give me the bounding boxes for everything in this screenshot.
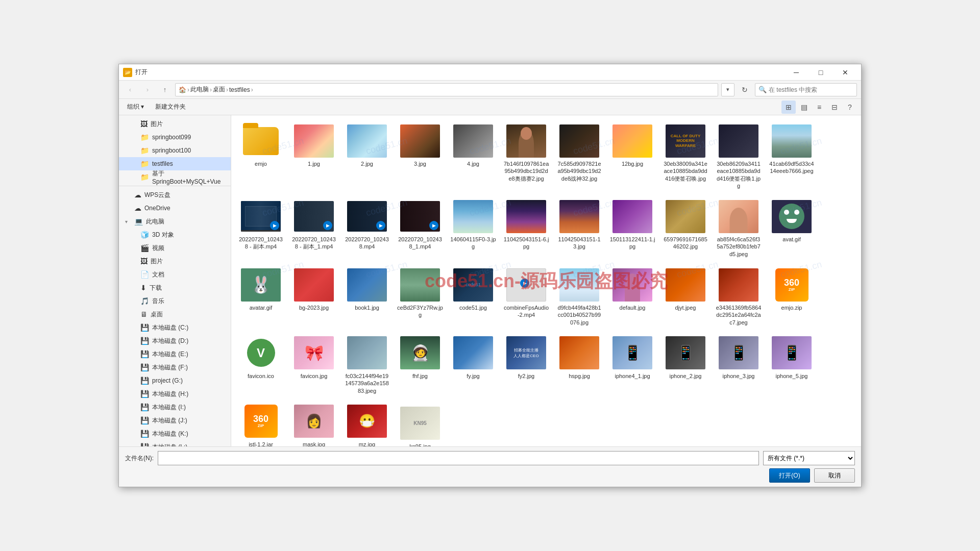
sidebar-item-pics[interactable]: 🖼 图片 [119,117,231,131]
file-item[interactable]: ▶ 20220720_102438.mp4 [341,195,393,261]
open-button[interactable]: 打开(O) [769,468,810,483]
file-item[interactable]: hspg.jpg [554,332,605,398]
search-bar[interactable]: 🔍 [755,83,857,96]
sidebar-item-project-g[interactable]: 💾 project (G:) [119,374,231,387]
file-item[interactable]: 😷 mz.jpg [341,400,393,446]
filename-input[interactable] [158,451,759,465]
drive-icon: 💾 [140,443,149,446]
file-item[interactable]: avat.gif [766,195,817,261]
file-item[interactable]: default.jpg [607,263,658,330]
view-large-icon-button[interactable]: ⊞ [781,101,796,114]
sidebar-item-local-l[interactable]: 💾 本地磁盘 (L:) [119,440,231,446]
file-item[interactable]: fc03c2144f94e19145739a6a2e15883.jpeg [341,332,393,398]
file-item[interactable]: code51 code51.jpg [448,263,499,330]
file-thumbnail [612,198,653,234]
file-item[interactable]: ▶ 20220720_102438_1.mp4 [395,195,446,261]
file-item[interactable]: bg-2023.jpg [288,263,339,330]
file-item[interactable]: ab85f4c6ca526f35a752ef80b1feb7d5.jpeg [713,195,764,261]
view-extra-button[interactable]: ⊟ [827,101,842,114]
file-item[interactable]: V favicon.ico [235,332,286,398]
view-details-button[interactable]: ≡ [812,101,826,114]
file-item[interactable]: d9fcb449fa428b1cc001b40527b99076.jpg [554,263,605,330]
sidebar-item-onedrive[interactable]: ☁ OneDrive [119,202,231,215]
forward-button[interactable]: › [140,83,155,96]
close-button[interactable]: ✕ [834,64,857,81]
file-item[interactable]: 7c585d9097821ea95b499dbc19d2de8战神32.jpg [554,119,605,193]
breadcrumb-desktop[interactable]: 桌面 [213,85,225,94]
help-button[interactable]: ? [843,101,857,114]
file-item[interactable]: KN95 kn95.jpg [395,402,446,446]
file-item[interactable]: 12bg.jpg [607,119,658,193]
file-item[interactable]: ceBd2F3Yz7Rw.jpg [395,263,446,330]
search-input[interactable] [769,86,853,93]
file-item[interactable]: 1.jpg [288,119,339,193]
sidebar-item-downloads[interactable]: ⬇ 下载 [119,281,231,294]
up-button[interactable]: ↑ [158,83,172,96]
sidebar-item-springboot099[interactable]: 📁 springboot099 [119,131,231,144]
file-item[interactable]: ▶ 20220720_102438 - 副本_1.mp4 [288,195,339,261]
breadcrumb-this-pc[interactable]: 此电脑 [190,85,209,94]
sidebar-item-spring-mysql-vue[interactable]: 📁 基于SpringBoot+MySQL+Vue [119,170,231,184]
sidebar-item-this-pc[interactable]: ▾ 💻 此电脑 [119,215,231,228]
file-item[interactable]: 📱 iphone_2.jpg [660,332,711,398]
refresh-button[interactable]: ↻ [738,83,752,96]
filetype-select[interactable]: 所有文件 (*.*) 图片文件 视频文件 [763,451,855,465]
file-item[interactable]: djyt.jpeg [660,263,711,330]
file-item[interactable]: 7b146f1097861ea95b499dbc19d2de8奥德赛2.jpg [501,119,552,193]
file-item[interactable]: 招募全能主播人人都是CEO fy2.jpg [501,332,552,398]
maximize-button[interactable]: □ [809,64,832,81]
file-item[interactable]: CALL OF DUTYMODERNWARFARE 30eb38009a341e… [660,119,711,193]
sidebar-item-video[interactable]: 🎬 视频 [119,241,231,255]
file-item[interactable]: 150113122411-1.jpg [607,195,658,261]
file-item[interactable]: 📱 iphone_5.jpg [766,332,817,398]
file-item[interactable]: e34361369fb5864dc2951e2a64fc2ac7.jpeg [713,263,764,330]
file-item[interactable]: 📱 iphone4_1.jpg [607,332,658,398]
sidebar-item-wps[interactable]: ☁ WPS云盘 [119,188,231,202]
file-item[interactable]: ▶ combineFpsAudio-2.mp4 [501,263,552,330]
file-item[interactable]: fy.jpg [448,332,499,398]
sidebar-item-local-f[interactable]: 💾 本地磁盘 (F:) [119,361,231,374]
sidebar-item-local-k[interactable]: 💾 本地磁盘 (K:) [119,427,231,440]
file-item[interactable]: 4.jpg [448,119,499,193]
file-item[interactable]: 110425043151-13.jpg [554,195,605,261]
file-item[interactable]: 140604115F0-3.jpg [448,195,499,261]
file-item[interactable]: 📱 iphone_3.jpg [713,332,764,398]
breadcrumb-dropdown[interactable]: ▾ [721,83,734,96]
minimize-button[interactable]: ─ [785,64,808,81]
sidebar-item-local-c[interactable]: 💾 本地磁盘 (C:) [119,321,231,334]
file-item[interactable]: 30eb86209a3411eace10885bda9dd416便签召唤1.jp… [713,119,764,193]
breadcrumb[interactable]: 🏠 › 此电脑 › 桌面 › testfiles › [175,83,718,96]
file-item[interactable]: 3.jpg [395,119,446,193]
sidebar-item-springboot100[interactable]: 📁 springboot100 [119,144,231,157]
file-item[interactable]: 🧑‍🚀 fhf.jpg [395,332,446,398]
file-item[interactable]: book1.jpg [341,263,393,330]
file-item[interactable]: ▶ 20220720_102438 - 副本.mp4 [235,195,286,261]
sidebar-item-local-i[interactable]: 💾 本地磁盘 (I:) [119,400,231,414]
file-item[interactable]: 41cab69df5d33c414eeeb7666.jpeg [766,119,817,193]
file-item[interactable]: 👩 mask.jpg [288,400,339,446]
sidebar-item-local-j[interactable]: 💾 本地磁盘 (J:) [119,414,231,427]
file-item[interactable]: 🎀 favicon.jpg [288,332,339,398]
file-item[interactable]: 🐰 avatar.gif [235,263,286,330]
sidebar-item-3d[interactable]: 🧊 3D 对象 [119,228,231,241]
file-item[interactable]: 2.jpg [341,119,393,193]
cancel-button[interactable]: 取消 [814,468,855,483]
file-item[interactable]: 6597969167168546202.jpg [660,195,711,261]
sidebar-item-local-h[interactable]: 💾 本地磁盘 (H:) [119,387,231,400]
sidebar-item-music[interactable]: 🎵 音乐 [119,294,231,308]
sidebar-item-testfiles[interactable]: 📁 testfiles [119,157,231,170]
file-item[interactable]: 360 ZIP emjo.zip [766,263,817,330]
sidebar-item-docs[interactable]: 📄 文档 [119,268,231,281]
back-button[interactable]: ‹ [123,83,137,96]
sidebar-item-local-e[interactable]: 💾 本地磁盘 (E:) [119,347,231,361]
new-folder-button[interactable]: 新建文件夹 [151,101,190,114]
file-item[interactable]: emjo [235,119,286,193]
view-medium-button[interactable]: ▤ [797,101,811,114]
organize-button[interactable]: 组织 ▾ [123,101,148,114]
file-item[interactable]: 110425043151-6.jpg [501,195,552,261]
sidebar-item-desktop[interactable]: 🖥 桌面 [119,308,231,321]
sidebar-item-local-d[interactable]: 💾 本地磁盘 (D:) [119,334,231,347]
breadcrumb-testfiles[interactable]: testfiles [229,86,250,93]
file-item[interactable]: 360 ZIP jstl-1.2.jar [235,400,286,446]
sidebar-item-pictures[interactable]: 🖼 图片 [119,255,231,268]
